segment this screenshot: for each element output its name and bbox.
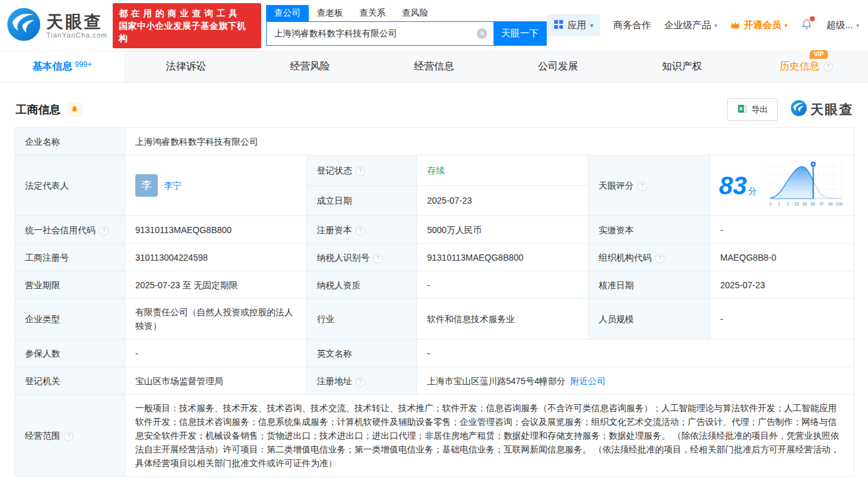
nearby-companies-link[interactable]: 附近公司 (571, 376, 606, 386)
english-name-value: - (417, 340, 854, 367)
reg-number-value: 310113004224598 (125, 244, 307, 271)
tianyancha-logo[interactable]: 天眼查 TianYanCha.com (6, 7, 108, 44)
search-area: 查公司 查老板 查关系 查风险 ✕ 天眼一下 (266, 5, 547, 46)
table-row: 法定代表人 李 李宁 登记状态? 存续 天眼评分? 83分 (15, 155, 854, 186)
business-scope-value: 一般项目：技术服务、技术开发、技术咨询、技术交流、技术转让、技术推广；软件开发；… (125, 395, 854, 477)
reg-address-label: 注册地址? (307, 367, 417, 395)
help-icon[interactable]: ? (824, 62, 833, 71)
export-button[interactable]: 导出 (727, 98, 778, 121)
reg-capital-value: 5000万人民币 (417, 216, 589, 244)
table-row: 参保人数 - 英文名称 - (15, 340, 854, 367)
company-name-value: 上海鸿睿数科数字科技有限公司 (125, 128, 854, 155)
nav-open-vip[interactable]: 开通会员 ▾ (730, 19, 787, 31)
search-tab-company[interactable]: 查公司 (266, 5, 309, 21)
reg-status-label: 登记状态? (307, 155, 417, 186)
credit-code-value: 91310113MAEQG8B800 (125, 216, 307, 244)
status-badge: 存续 (427, 165, 445, 175)
table-row: 经营范围? 一般项目：技术服务、技术开发、技术咨询、技术交流、技术转让、技术推广… (15, 395, 854, 477)
table-row: 企业类型 有限责任公司（自然人投资或控股的法人独资） 行业 软件和信息技术服务业… (15, 299, 854, 340)
svg-text:1: 1 (778, 202, 780, 206)
org-code-label: 组织机构代码? (589, 244, 710, 271)
notifications-bell[interactable] (800, 18, 813, 33)
reg-authority-label: 登记机关 (15, 367, 125, 395)
help-icon[interactable]: ? (356, 226, 365, 236)
svg-text:50: 50 (802, 202, 807, 206)
watermark-logo: 天眼查 (790, 100, 854, 120)
org-code-value: MAEQG8B8-0 (710, 244, 854, 271)
business-term-label: 营业期限 (15, 271, 125, 299)
top-header: 天眼查 TianYanCha.com 都在用的商业查询工具 国家中小企业发展子基… (0, 0, 868, 51)
watermark-text: 天眼查 (810, 101, 854, 118)
avatar[interactable]: 李 (135, 174, 158, 197)
table-row: 工商注册号 310113004224598 纳税人识别号? 91310113MA… (15, 244, 854, 271)
clear-search-icon[interactable]: ✕ (477, 28, 487, 39)
svg-text:97: 97 (819, 202, 824, 206)
search-tabs: 查公司 查老板 查关系 查风险 (266, 5, 547, 21)
help-icon[interactable]: ? (64, 432, 73, 441)
business-scope-label: 经营范围? (15, 395, 125, 477)
search-button[interactable]: 天眼一下 (493, 22, 546, 45)
establish-date-label: 成立日期 (307, 185, 417, 216)
tab-basic-info[interactable]: 基本信息999+ (0, 51, 124, 82)
help-icon[interactable]: ? (638, 182, 647, 191)
reg-status-value: 存续 (417, 155, 589, 186)
svg-text:0: 0 (769, 202, 772, 206)
help-icon[interactable]: ? (99, 226, 108, 236)
tab-operation-info[interactable]: 经营信息 (372, 51, 496, 82)
bell-icon (70, 105, 79, 114)
chevron-down-icon: ▾ (784, 22, 787, 29)
account-menu[interactable]: 超级... ▾ (826, 19, 859, 31)
reg-authority-value: 宝山区市场监督管理局 (125, 367, 307, 395)
notification-dot (810, 16, 815, 21)
subscribe-bell-button[interactable] (67, 102, 82, 117)
score-distribution-chart: 0 1 3 15 50 85 97 99 100 (766, 159, 846, 212)
legal-rep-link[interactable]: 李宁 (164, 179, 182, 192)
tab-operation-risk[interactable]: 经营风险 (248, 51, 372, 82)
section-title: 工商信息 (16, 102, 61, 117)
nav-cooperation[interactable]: 商务合作 (613, 19, 651, 31)
count-badge: 999+ (75, 60, 91, 69)
help-icon[interactable]: ? (356, 167, 365, 176)
credit-code-label: 统一社会信用代码? (15, 216, 125, 244)
tab-intellectual-property[interactable]: 知识产权 (620, 51, 744, 82)
crown-icon (730, 20, 740, 31)
legal-rep-value: 李 李宁 (125, 155, 307, 216)
tab-legal-litigation[interactable]: 法律诉讼 (124, 51, 248, 82)
search-tab-relation[interactable]: 查关系 (351, 5, 394, 21)
help-icon[interactable]: ? (655, 254, 664, 263)
taxpayer-quality-value: - (417, 271, 589, 299)
business-info-table: 企业名称 上海鸿睿数科数字科技有限公司 法定代表人 李 李宁 登记状态? 存续 … (14, 127, 854, 477)
apps-grid-icon (554, 19, 564, 31)
table-row: 企业名称 上海鸿睿数科数字科技有限公司 (15, 128, 854, 155)
reg-number-label: 工商注册号 (15, 244, 125, 271)
business-term-value: 2025-07-23 至 无固定期限 (125, 271, 307, 299)
header-nav: 应用 ▾ 商务合作 企业级产品 ▾ 开通会员 ▾ (547, 14, 859, 36)
table-row: 营业期限 2025-07-23 至 无固定期限 纳税人资质 - 核准日期 202… (15, 271, 854, 299)
svg-text:15: 15 (794, 202, 799, 206)
svg-text:99: 99 (828, 202, 833, 206)
apps-menu[interactable]: 应用 ▾ (547, 14, 600, 36)
tab-history-info[interactable]: VIP 历史信息 ? (744, 51, 868, 82)
taxpayer-id-value: 91310113MAEQG8B800 (417, 244, 589, 271)
search-tab-boss[interactable]: 查老板 (309, 5, 351, 21)
tab-company-development[interactable]: 公司发展 (496, 51, 620, 82)
reg-address-value: 上海市宝山区蕰川路5475号4幢部分 附近公司 (417, 367, 854, 395)
excel-icon (737, 103, 748, 116)
score-value-cell[interactable]: 83分 (710, 155, 854, 216)
staff-size-value: - (710, 299, 854, 340)
nav-enterprise-products[interactable]: 企业级产品 ▾ (664, 19, 717, 31)
company-name-label: 企业名称 (15, 128, 125, 155)
approval-date-label: 核准日期 (589, 271, 710, 299)
establish-date-value: 2025-07-23 (417, 185, 589, 216)
taxpayer-id-label: 纳税人识别号? (307, 244, 417, 271)
company-tabbar: 基本信息999+ 法律诉讼 经营风险 经营信息 公司发展 知识产权 VIP 历史… (0, 51, 868, 83)
company-type-value: 有限责任公司（自然人投资或控股的法人独资） (125, 299, 307, 340)
logo-title: 天眼查 (46, 13, 108, 31)
help-icon[interactable]: ? (356, 377, 365, 387)
help-icon[interactable]: ? (373, 254, 383, 263)
logo-subtitle: TianYanCha.com (46, 31, 108, 39)
search-tab-risk[interactable]: 查风险 (394, 5, 437, 21)
search-input[interactable] (267, 22, 477, 45)
score-number: 83分 (719, 173, 757, 198)
industry-value: 软件和信息技术服务业 (417, 299, 589, 340)
